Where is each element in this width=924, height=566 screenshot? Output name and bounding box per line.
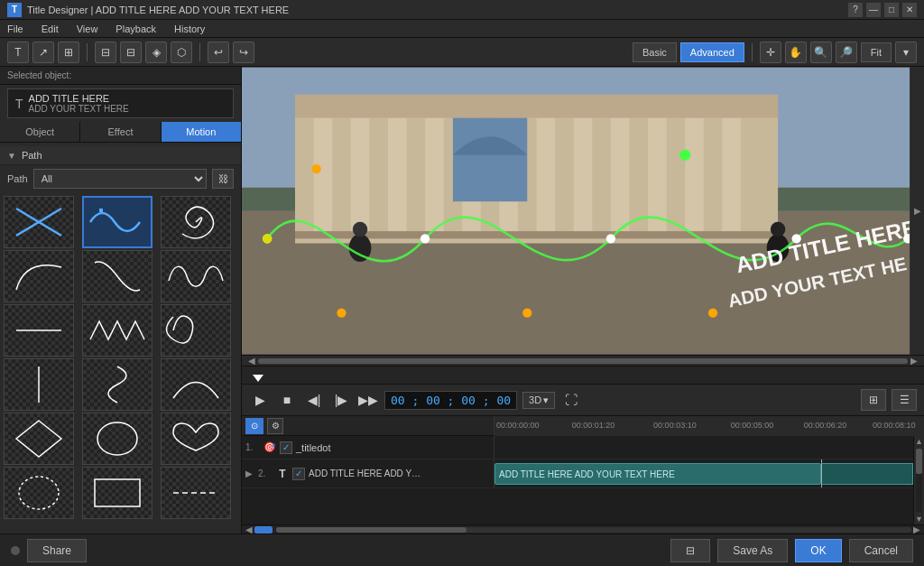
- scrollbar-track[interactable]: [258, 358, 908, 364]
- hand-tool-btn[interactable]: ✋: [785, 42, 807, 63]
- clip-bar-2[interactable]: ADD TITLE HERE ADD YOUR TEXT HERE: [494, 463, 821, 485]
- tl-scroll-btn[interactable]: [254, 526, 273, 534]
- menu-bar: File Edit View Playback History: [0, 20, 924, 38]
- fullscreen-btn[interactable]: ⛶: [560, 389, 582, 411]
- next-frame-btn[interactable]: |▶: [330, 389, 352, 411]
- svg-rect-16: [388, 113, 407, 234]
- scrollbar-thumb: [258, 358, 908, 364]
- pattern-sharp-wave[interactable]: [82, 304, 152, 357]
- bottom-bar: Share ⊟ Save As OK Cancel: [0, 534, 924, 566]
- list-btn[interactable]: ☰: [892, 389, 917, 411]
- menu-history[interactable]: History: [171, 23, 208, 34]
- save-as-icon-btn[interactable]: ⊟: [670, 539, 710, 562]
- distribute-btn[interactable]: ⊟: [120, 42, 142, 63]
- svg-rect-26: [295, 95, 778, 118]
- zoom-out-btn[interactable]: 🔍: [810, 42, 832, 63]
- path-section-header[interactable]: ▼ Path: [0, 146, 241, 165]
- pattern-curve1[interactable]: [4, 250, 74, 302]
- pattern-s-vert[interactable]: [82, 358, 152, 411]
- timeline-header: ⊙ ⚙ 00:00:00:00 00:00:01:20 00:00:03:10 …: [242, 416, 924, 436]
- expand-view-btn[interactable]: ▾: [895, 42, 917, 63]
- path-link-btn[interactable]: ⛓: [212, 169, 234, 189]
- pattern-arc[interactable]: [161, 358, 231, 411]
- 3d-mode-btn[interactable]: 3D ▾: [522, 392, 555, 409]
- select-tool-btn[interactable]: ↗: [32, 42, 54, 63]
- prev-frame-btn[interactable]: ◀|: [303, 389, 325, 411]
- pattern-wave2[interactable]: [161, 250, 231, 302]
- title-bar: T Title Designer | ADD TITLE HERE ADD YO…: [0, 0, 924, 20]
- timeline-record-btn[interactable]: ⊙: [245, 418, 263, 434]
- pattern-circle[interactable]: [82, 413, 152, 465]
- menu-file[interactable]: File: [4, 23, 27, 34]
- ruler-mark-3: 00:00:05:00: [731, 421, 774, 430]
- stop-btn[interactable]: ■: [276, 389, 298, 411]
- tab-effect[interactable]: Effect: [80, 122, 161, 142]
- clip-bar-text: ADD TITLE HERE ADD YOUR TEXT HERE: [499, 469, 675, 479]
- fit-btn[interactable]: Fit: [861, 42, 892, 62]
- ok-btn[interactable]: OK: [795, 539, 841, 562]
- scroll-left-arrow[interactable]: ◀: [245, 356, 258, 366]
- row-1-icon: 🎯: [263, 441, 276, 454]
- play-btn[interactable]: ▶: [249, 389, 271, 411]
- pattern-rect[interactable]: [82, 467, 152, 519]
- basic-mode-btn[interactable]: Basic: [633, 42, 677, 62]
- tl-scroll-left[interactable]: ◀: [244, 524, 254, 534]
- path-select[interactable]: All: [33, 169, 207, 189]
- menu-playback[interactable]: Playback: [112, 23, 160, 34]
- move-tool-btn[interactable]: ✛: [760, 42, 781, 63]
- pattern-v-line[interactable]: [4, 358, 74, 411]
- tl-scroll-track[interactable]: [276, 527, 911, 533]
- preview-expand-btn[interactable]: ▶: [910, 67, 924, 355]
- row-2-expand[interactable]: ▶: [245, 469, 253, 478]
- path-tool-btn[interactable]: ⬡: [171, 42, 192, 63]
- tab-motion[interactable]: Motion: [162, 122, 241, 142]
- advanced-mode-btn[interactable]: Advanced: [680, 42, 744, 62]
- row-2-checkbox[interactable]: [292, 468, 305, 480]
- cancel-btn[interactable]: Cancel: [849, 539, 913, 562]
- align-btn[interactable]: ⊟: [95, 42, 116, 63]
- zoom-in-btn[interactable]: 🔎: [836, 42, 857, 63]
- anchor-btn[interactable]: ◈: [145, 42, 167, 63]
- pattern-circle2[interactable]: [4, 467, 74, 519]
- text-tool-btn[interactable]: T: [7, 42, 29, 63]
- timeline-settings-btn[interactable]: ⚙: [267, 418, 283, 434]
- grid-btn[interactable]: ⊞: [861, 389, 886, 411]
- toolbar-sep-3: [752, 43, 753, 61]
- pattern-loop[interactable]: [161, 304, 231, 357]
- menu-view[interactable]: View: [73, 23, 102, 34]
- help-button[interactable]: ?: [848, 3, 863, 17]
- scroll-right-arrow[interactable]: ▶: [908, 356, 920, 366]
- tl-scroll-right[interactable]: ▶: [911, 524, 922, 534]
- pattern-diamond[interactable]: [4, 413, 74, 465]
- timecode-display: 00 ; 00 ; 00 ; 00: [384, 391, 517, 410]
- undo-btn[interactable]: ↩: [208, 42, 229, 63]
- svg-point-7: [19, 477, 59, 509]
- 3d-chevron: ▾: [543, 394, 549, 406]
- fast-fwd-btn[interactable]: ▶▶: [357, 389, 379, 411]
- menu-edit[interactable]: Edit: [38, 23, 62, 34]
- svg-point-30: [353, 222, 367, 237]
- pattern-heart[interactable]: [161, 413, 231, 465]
- close-button[interactable]: ✕: [902, 3, 917, 17]
- transform-btn[interactable]: ⊞: [58, 42, 79, 63]
- save-as-btn[interactable]: Save As: [717, 539, 788, 562]
- vscroll-up[interactable]: ▲: [914, 436, 924, 447]
- pattern-x-cross[interactable]: [4, 196, 74, 248]
- vscroll-down[interactable]: ▼: [914, 514, 924, 524]
- ruler-mark-4: 00:00:06:20: [804, 421, 847, 430]
- transport-bar: ▶ ■ ◀| |▶ ▶▶ 00 ; 00 ; 00 ; 00 3D ▾ ⛶ ⊞ …: [242, 384, 924, 416]
- maximize-button[interactable]: □: [884, 3, 899, 17]
- minimize-button[interactable]: —: [866, 3, 881, 17]
- vscroll-track[interactable]: [916, 449, 922, 512]
- row-1-checkbox[interactable]: [280, 441, 292, 454]
- pattern-straight[interactable]: [4, 304, 74, 357]
- tab-object[interactable]: Object: [0, 122, 80, 142]
- pattern-wave[interactable]: [82, 196, 152, 248]
- pattern-spiral[interactable]: [161, 196, 231, 248]
- redo-btn[interactable]: ↪: [233, 42, 254, 63]
- share-btn[interactable]: Share: [27, 539, 87, 562]
- pattern-dashed[interactable]: [161, 467, 231, 519]
- pattern-s-curve[interactable]: [82, 250, 152, 302]
- row-2-label: ▶ 2. T ADD TITLE HERE ADD YOUR TEXT HERE: [242, 459, 494, 487]
- ruler-mark-0: 00:00:00:00: [496, 421, 540, 430]
